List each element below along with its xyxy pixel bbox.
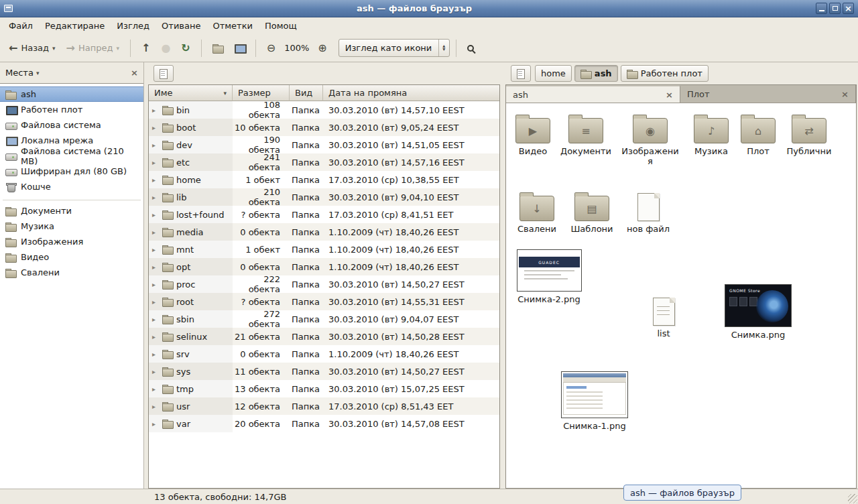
icon-view-item[interactable]: ↓ Свалени <box>514 189 560 234</box>
expander-icon[interactable] <box>152 420 159 428</box>
column-header-type[interactable]: Вид <box>290 85 323 101</box>
expander-icon[interactable] <box>152 211 159 218</box>
menu-item[interactable]: Файл <box>3 19 39 33</box>
back-history-caret-icon[interactable] <box>52 45 56 52</box>
column-header-name[interactable]: Име <box>149 85 233 101</box>
table-row[interactable]: usr 12 обекта Папка 17.03.2010 (ср) 8,51… <box>149 397 499 415</box>
menu-item[interactable]: Отметки <box>206 19 258 33</box>
table-row[interactable]: proc 222 обекта Папка 30.03.2010 (вт) 14… <box>149 275 499 293</box>
icon-view-item[interactable]: ◉ Изображения <box>621 111 679 167</box>
sidebar-item[interactable]: Файлова система <box>0 117 143 133</box>
table-row[interactable]: lost+found ? обекта Папка 17.03.2010 (ср… <box>149 206 499 223</box>
icon-view-item[interactable]: ≡ Документи <box>557 111 615 156</box>
expander-icon[interactable] <box>152 403 159 410</box>
sidebar-close-icon[interactable] <box>131 68 138 77</box>
icon-view-item[interactable]: ⇄ Публични <box>784 111 835 156</box>
computer-button[interactable] <box>229 40 249 57</box>
table-row[interactable]: lib 210 обекта Папка 30.03.2010 (вт) 9,0… <box>149 188 499 206</box>
table-row[interactable]: dev 190 обекта Папка 30.03.2010 (вт) 14,… <box>149 136 499 153</box>
tab[interactable]: ash <box>506 85 680 103</box>
table-row[interactable]: mnt 1 обект Папка 1.10.2009 (чт) 18,40,2… <box>149 241 499 258</box>
taskbar-window-button[interactable]: ash — файлов браузър <box>623 485 741 501</box>
forward-button[interactable]: Напред <box>62 39 124 58</box>
sidebar-item[interactable]: Музика <box>0 218 143 234</box>
home-button[interactable] <box>208 40 228 57</box>
zoom-out-button[interactable] <box>262 39 280 58</box>
menu-item[interactable]: Изглед <box>111 19 156 33</box>
icon-view-item[interactable]: ♪ Музика <box>688 111 734 156</box>
up-button[interactable] <box>137 39 155 58</box>
expander-icon[interactable] <box>152 229 159 236</box>
zoom-in-button[interactable] <box>313 39 331 58</box>
table-row[interactable]: boot 10 обекта Папка 30.03.2010 (вт) 9,0… <box>149 119 499 136</box>
breadcrumb-button[interactable]: home <box>535 65 572 82</box>
sidebar-item[interactable]: Свалени <box>0 265 143 280</box>
location-toggle-button[interactable] <box>511 65 531 82</box>
back-button[interactable]: Назад <box>4 39 60 58</box>
table-row[interactable]: root ? обекта Папка 30.03.2010 (вт) 14,5… <box>149 293 499 310</box>
icon-view-item[interactable]: list <box>642 294 685 338</box>
sidebar-item[interactable]: Документи <box>0 203 143 218</box>
titlebar[interactable]: ash — файлов браузър <box>0 0 858 17</box>
sidebar-title[interactable]: Места <box>5 68 34 78</box>
breadcrumb-button[interactable]: ash <box>574 65 618 82</box>
expander-icon[interactable] <box>152 246 159 253</box>
table-row[interactable]: srv 0 обекта Папка 1.10.2009 (чт) 18,40,… <box>149 345 499 363</box>
expander-icon[interactable] <box>152 385 159 393</box>
table-row[interactable]: tmp 13 обекта Папка 30.03.2010 (вт) 15,0… <box>149 380 499 397</box>
sidebar-item[interactable]: Работен плот <box>0 102 143 117</box>
table-row[interactable]: sys 11 обекта Папка 30.03.2010 (вт) 14,5… <box>149 363 499 380</box>
resize-grip[interactable] <box>848 494 857 503</box>
icon-view-item[interactable]: GNOME Store Снимка.png <box>722 284 794 340</box>
menu-item[interactable]: Отиване <box>156 19 206 33</box>
column-header-date[interactable]: Дата на промяна <box>323 85 499 101</box>
sidebar-item[interactable]: Файлова система (210 MB) <box>0 148 143 164</box>
expander-icon[interactable] <box>152 368 159 375</box>
expander-icon[interactable] <box>152 124 159 131</box>
tab-close-icon[interactable] <box>841 90 849 99</box>
expander-icon[interactable] <box>152 159 159 166</box>
expander-icon[interactable] <box>152 316 159 323</box>
location-toggle-button[interactable] <box>154 65 174 82</box>
maximize-button[interactable] <box>829 3 841 14</box>
table-row[interactable]: selinux 21 обекта Папка 30.03.2010 (вт) … <box>149 328 499 345</box>
stop-button[interactable] <box>156 39 175 58</box>
minimize-button[interactable] <box>816 3 827 14</box>
icon-view-item[interactable]: ⌂ Плот <box>739 111 777 156</box>
expander-icon[interactable] <box>152 281 159 288</box>
sidebar-item[interactable]: Шифриран дял (80 GB) <box>0 164 143 179</box>
sidebar-item[interactable]: Видео <box>0 249 143 265</box>
sidebar-selector-caret-icon[interactable] <box>36 70 40 76</box>
expander-icon[interactable] <box>152 351 159 358</box>
icon-view-item[interactable]: ▶ Видео <box>511 111 554 156</box>
icon-view-item[interactable]: ▤ Шаблони <box>569 189 615 234</box>
breadcrumb-button[interactable]: Работен плот <box>621 65 709 82</box>
icon-view-item[interactable]: нов файл <box>624 189 672 234</box>
menu-item[interactable]: Редактиране <box>39 19 111 33</box>
table-row[interactable]: media 0 обекта Папка 1.10.2009 (чт) 18,4… <box>149 223 499 241</box>
table-row[interactable]: bin 108 обекта Папка 30.03.2010 (вт) 14,… <box>149 101 499 119</box>
table-row[interactable]: var 20 обекта Папка 30.03.2010 (вт) 14,5… <box>149 415 499 432</box>
search-button[interactable] <box>463 41 479 56</box>
tab-close-icon[interactable] <box>666 90 673 99</box>
expander-icon[interactable] <box>152 141 159 149</box>
expander-icon[interactable] <box>152 298 159 306</box>
table-row[interactable]: sbin 272 обекта Папка 30.03.2010 (вт) 9,… <box>149 310 499 328</box>
reload-button[interactable] <box>176 39 194 58</box>
expander-icon[interactable] <box>152 263 159 271</box>
column-header-size[interactable]: Размер <box>233 85 290 101</box>
tab[interactable]: Плот <box>680 85 856 103</box>
expander-icon[interactable] <box>152 176 159 184</box>
table-row[interactable]: home 1 обект Папка 17.03.2010 (ср) 10,38… <box>149 171 499 188</box>
view-mode-select[interactable]: Изглед като икони <box>339 39 450 57</box>
icon-view-item[interactable]: Снимка-1.png <box>558 371 631 431</box>
menu-item[interactable]: Помощ <box>259 19 303 33</box>
sidebar-item[interactable]: Изображения <box>0 234 143 249</box>
sidebar-item[interactable]: ash <box>0 86 143 102</box>
sidebar-item[interactable]: Кошче <box>0 179 143 194</box>
icon-view-item[interactable]: GUADEC Снимка-2.png <box>514 249 584 304</box>
table-row[interactable]: opt 0 обекта Папка 1.10.2009 (чт) 18,40,… <box>149 258 499 275</box>
close-button[interactable] <box>843 3 854 14</box>
expander-icon[interactable] <box>152 107 159 114</box>
expander-icon[interactable] <box>152 333 159 340</box>
